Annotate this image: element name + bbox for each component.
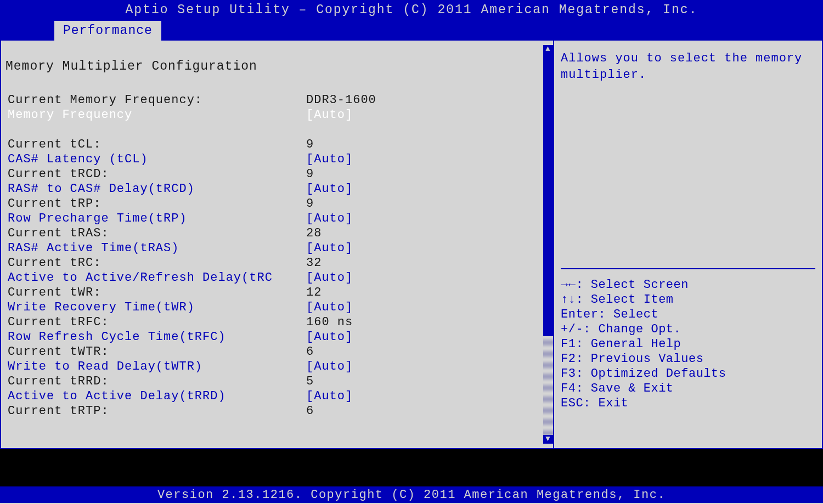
setting-value[interactable]: [Auto]	[306, 211, 553, 226]
setting-row[interactable]: RAS# to CAS# Delay(tRCD)[Auto]	[4, 182, 553, 196]
setting-row[interactable]: Write to Read Delay(tWTR)[Auto]	[4, 359, 553, 374]
setting-value[interactable]: [Auto]	[306, 270, 553, 285]
setting-label: Write Recovery Time(tWR)	[4, 300, 306, 315]
setting-value: 5	[306, 374, 553, 389]
setting-row: Current tRRD:5	[4, 374, 553, 389]
setting-row: Current tRFC:160 ns	[4, 315, 553, 330]
setting-row: Current tRTP:6	[4, 404, 553, 418]
key-binding: ESC: Exit	[561, 396, 815, 411]
setting-value[interactable]: [Auto]	[306, 107, 553, 122]
bios-footer: Version 2.13.1216. Copyright (C) 2011 Am…	[0, 486, 823, 503]
scroll-down-icon[interactable]: ▼	[543, 435, 553, 444]
settings-panel: Memory Multiplier Configuration Current …	[1, 41, 553, 448]
setting-value: 160 ns	[306, 315, 553, 330]
help-description: Allows you to select the memory multipli…	[561, 50, 815, 83]
setting-label: Current tWR:	[4, 285, 306, 300]
setting-label: Row Precharge Time(tRP)	[4, 211, 306, 226]
setting-label: Active to Active Delay(tRRD)	[4, 389, 306, 404]
setting-value: 6	[306, 344, 553, 359]
setting-label: Current tCL:	[4, 137, 306, 152]
setting-value[interactable]: [Auto]	[306, 389, 553, 404]
setting-value[interactable]: [Auto]	[306, 182, 553, 196]
setting-value: DDR3-1600	[306, 93, 553, 107]
setting-value[interactable]: [Auto]	[306, 152, 553, 167]
help-panel: Allows you to select the memory multipli…	[553, 41, 822, 448]
key-binding: F4: Save & Exit	[561, 381, 815, 396]
setting-label: Current tRTP:	[4, 404, 306, 418]
setting-value[interactable]: [Auto]	[306, 300, 553, 315]
setting-label: Write to Read Delay(tWTR)	[4, 359, 306, 374]
setting-label: CAS# Latency (tCL)	[4, 152, 306, 167]
setting-value: 28	[306, 226, 553, 241]
setting-row: Current tRC:32	[4, 256, 553, 270]
setting-row: Current Memory Frequency:DDR3-1600	[4, 93, 553, 107]
setting-label: Current tRFC:	[4, 315, 306, 330]
key-binding: F1: General Help	[561, 337, 815, 352]
setting-value: 6	[306, 404, 553, 418]
main-container: Memory Multiplier Configuration Current …	[0, 41, 823, 449]
setting-row: Current tWTR:6	[4, 344, 553, 359]
setting-label: Current tRC:	[4, 256, 306, 270]
setting-value: 12	[306, 285, 553, 300]
setting-label: Current tRAS:	[4, 226, 306, 241]
key-binding: F2: Previous Values	[561, 352, 815, 366]
header-title: Aptio Setup Utility – Copyright (C) 2011…	[0, 0, 823, 17]
setting-row[interactable]: Memory Frequency[Auto]	[4, 107, 553, 122]
key-binding: ↑↓: Select Item	[561, 292, 815, 307]
setting-label: Current tRP:	[4, 196, 306, 211]
key-bindings: →←: Select Screen↑↓: Select ItemEnter: S…	[561, 278, 815, 411]
setting-row: Current tCL:9	[4, 137, 553, 152]
setting-row[interactable]: Active to Active/Refresh Delay(tRC[Auto]	[4, 270, 553, 285]
setting-row[interactable]: Write Recovery Time(tWR)[Auto]	[4, 300, 553, 315]
setting-label: Active to Active/Refresh Delay(tRC	[4, 270, 306, 285]
setting-row: Current tWR:12	[4, 285, 553, 300]
setting-row: Current tRP:9	[4, 196, 553, 211]
setting-row[interactable]: Row Precharge Time(tRP)[Auto]	[4, 211, 553, 226]
key-binding: Enter: Select	[561, 307, 815, 322]
setting-label: Row Refresh Cycle Time(tRFC)	[4, 330, 306, 344]
setting-value: 32	[306, 256, 553, 270]
setting-label: RAS# Active Time(tRAS)	[4, 241, 306, 256]
setting-row[interactable]: Row Refresh Cycle Time(tRFC)[Auto]	[4, 330, 553, 344]
setting-label: RAS# to CAS# Delay(tRCD)	[4, 182, 306, 196]
setting-row: Current tRCD:9	[4, 167, 553, 182]
scrollbar[interactable]: ▲ ▼	[543, 45, 553, 444]
tab-performance[interactable]: Performance	[54, 21, 161, 41]
key-binding: +/-: Change Opt.	[561, 322, 815, 337]
setting-row[interactable]: Active to Active Delay(tRRD)[Auto]	[4, 389, 553, 404]
setting-value[interactable]: [Auto]	[306, 359, 553, 374]
setting-label: Current tRRD:	[4, 374, 306, 389]
setting-value: 9	[306, 196, 553, 211]
setting-label: Memory Frequency	[4, 107, 306, 122]
key-binding: F3: Optimized Defaults	[561, 366, 815, 381]
scroll-up-icon[interactable]: ▲	[543, 45, 553, 54]
scrollbar-thumb[interactable]	[543, 336, 553, 435]
setting-row[interactable]: CAS# Latency (tCL)[Auto]	[4, 152, 553, 167]
setting-label: Current tRCD:	[4, 167, 306, 182]
setting-row: Current tRAS:28	[4, 226, 553, 241]
setting-value: 9	[306, 137, 553, 152]
setting-value[interactable]: [Auto]	[306, 330, 553, 344]
setting-value[interactable]: [Auto]	[306, 241, 553, 256]
bios-header: Aptio Setup Utility – Copyright (C) 2011…	[0, 0, 823, 41]
setting-label: Current tWTR:	[4, 344, 306, 359]
section-title: Memory Multiplier Configuration	[4, 46, 553, 78]
setting-value: 9	[306, 167, 553, 182]
key-binding: →←: Select Screen	[561, 278, 815, 292]
setting-row[interactable]: RAS# Active Time(tRAS)[Auto]	[4, 241, 553, 256]
setting-label: Current Memory Frequency:	[4, 93, 306, 107]
